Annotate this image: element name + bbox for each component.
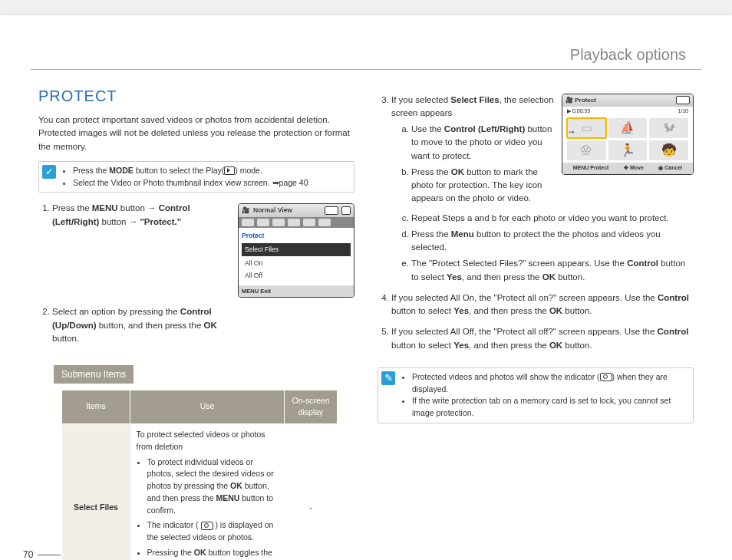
th-display: On-screen display — [285, 390, 338, 424]
menu-screen-illustration: 🎥Normal View Protect Select Files All On… — [238, 203, 354, 298]
th-items: Items — [62, 390, 130, 424]
row-select-files: Select Files To protect selected videos … — [62, 424, 338, 561]
step-4: If you selected All On, the "Protect all… — [391, 292, 694, 318]
page-number: 70 — [23, 549, 61, 560]
th-use: Use — [130, 390, 285, 424]
key-icon — [600, 373, 612, 381]
section-title: PROTECT — [38, 84, 354, 107]
thumbnail-screen-illustration: 🎥 Protect ▶ 0:00:55 1/10 ▭⛵🐿 🏵🏃🧒 — [562, 94, 694, 175]
intro-text: You can protect important saved videos o… — [38, 114, 354, 153]
note1-line1: Press the MODE button to select the Play… — [73, 165, 349, 177]
note2-line2: If the write protection tab on a memory … — [412, 395, 688, 420]
page-header-title: Playback options — [570, 46, 686, 64]
play-icon — [224, 166, 235, 175]
step-1: Press the MENU button → Control (Left/Ri… — [52, 202, 354, 298]
note-box-2: ✎ Protected videos and photos will show … — [378, 367, 694, 423]
key-icon — [201, 522, 213, 530]
note2-line1: Protected videos and photos will show th… — [412, 371, 688, 396]
note-box-1: ✓ Press the MODE button to select the Pl… — [38, 161, 354, 193]
submenu-table: Items Use On-screen display Select Files… — [61, 390, 338, 561]
submenu-heading: Submenu Items — [54, 365, 134, 384]
note-icon: ✎ — [381, 371, 395, 385]
note1-line2: Select the Video or Photo thumbnail inde… — [73, 177, 349, 189]
step-3: If you selected Select Files, the select… — [391, 94, 694, 284]
step-2: Select an option by pressing the Control… — [52, 305, 229, 345]
step-5: If you selected All Off, the "Protect al… — [391, 325, 694, 352]
check-icon: ✓ — [42, 165, 56, 179]
right-column: If you selected Select Files, the select… — [378, 84, 694, 552]
left-column: PROTECT You can protect important saved … — [38, 84, 354, 552]
header-rule — [31, 69, 701, 70]
